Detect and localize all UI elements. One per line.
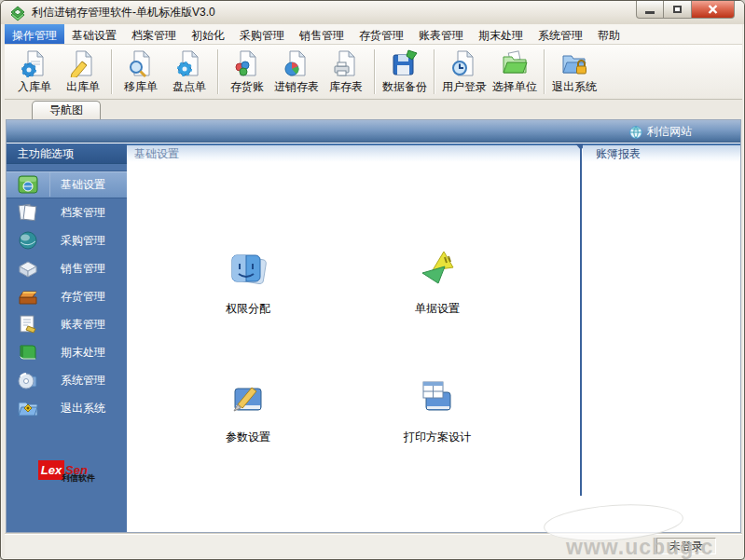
toolbar-stock-report[interactable]: 库存表 [322,48,370,96]
folder-green-icon [501,49,529,77]
menu-sales[interactable]: 销售管理 [292,24,352,44]
menu-inventory[interactable]: 存货管理 [352,24,411,44]
finder-face-icon [228,248,269,289]
toolbar-select-company[interactable]: 选择单位 [490,48,540,96]
minimize-button[interactable] [636,1,664,19]
tab-row: 导航图 [5,100,742,119]
toolbar-transfer-order[interactable]: 移库单 [117,48,165,96]
right-panel: 账簿报表 [583,143,741,533]
toolbar-stock-ledger[interactable]: 存货账 [223,48,271,96]
open-box-icon [7,256,50,280]
app-window: 利信进销存管理软件-单机标准版V3.0 操作管理 基础设置 档案管理 初始化 采… [0,0,745,560]
triangles-icon [417,248,458,289]
banner: 利信网站 [7,120,740,143]
papers-icon [7,200,50,225]
globe-icon [629,126,642,139]
doc-clock-icon [450,49,478,77]
doc-gear-icon [21,49,48,77]
sidebar-item-sales[interactable]: 销售管理 [7,254,127,282]
sidebar-items: 基础设置 档案管理 采购管理 [7,171,127,422]
sidebar-item-system[interactable]: 系统管理 [7,366,127,394]
floppy-backup-icon [391,49,419,77]
toolbar-exit-system[interactable]: 退出系统 [549,48,600,96]
toolbar-user-login[interactable]: 用户登录 [439,48,490,96]
globe-sphere-icon [7,228,50,253]
lexsen-logo-caption: 利信软件 [62,472,95,485]
status-bar: 未登录 [5,533,742,557]
green-app-icon [7,172,50,197]
lexsen-logo-lex: Lex [38,460,64,480]
menu-system[interactable]: 系统管理 [531,24,590,44]
website-link[interactable]: 利信网站 [629,124,692,140]
paper-pen-icon [7,312,50,336]
shortcut-parameter-settings[interactable]: 参数设置 [192,376,304,445]
maximize-icon [673,6,682,13]
menu-bar: 操作管理 基础设置 档案管理 初始化 采购管理 销售管理 存货管理 账表管理 期… [5,24,742,45]
book-window-icon [417,376,458,417]
sidebar-item-archives[interactable]: 档案管理 [7,198,127,226]
crates-icon [7,284,50,308]
sidebar-item-exit[interactable]: 退出系统 [7,394,127,422]
toolbar-separator [544,49,545,94]
doc-pie-icon [283,49,310,77]
lexsen-logo: Lex Sen 利信软件 [38,460,113,488]
doc-magnifier-icon [127,49,155,77]
minimize-icon [645,11,655,14]
book-brush-icon [228,376,269,417]
sidebar-item-basic-settings[interactable]: 基础设置 [7,171,127,198]
main-panel-header: 基础设置 [127,143,580,162]
tab-navigation-map[interactable]: 导航图 [32,101,101,119]
sidebar-item-period-end[interactable]: 期末处理 [7,338,127,366]
sidebar-item-inventory[interactable]: 存货管理 [7,282,127,310]
login-status: 未登录 [656,538,716,554]
close-button[interactable] [692,1,735,19]
maximize-button[interactable] [664,1,692,19]
doc-balls-icon [233,49,261,77]
content-area: 利信网站 主功能选项 基础设置 档案管理 [6,119,741,533]
doc-pen-icon [69,49,97,77]
right-panel-header: 账簿报表 [583,143,741,162]
menu-help[interactable]: 帮助 [590,24,628,44]
menu-basic-settings[interactable]: 基础设置 [64,24,124,44]
folder-exit-icon [7,396,50,420]
window-controls [636,1,735,19]
toolbar-outbound-order[interactable]: 出库单 [59,48,107,96]
green-book-icon [7,340,50,364]
menu-operation[interactable]: 操作管理 [5,24,64,44]
panel-divider[interactable] [580,143,582,496]
menu-reports[interactable]: 账表管理 [411,24,471,44]
menu-archives[interactable]: 档案管理 [124,24,184,44]
sidebar-header: 主功能选项 [7,143,127,164]
shortcut-permission-assignment[interactable]: 权限分配 [192,248,304,317]
toolbar-purchase-sale-stock-report[interactable]: 进销存表 [271,48,322,96]
menu-period-end[interactable]: 期末处理 [471,24,531,44]
menu-initialization[interactable]: 初始化 [184,24,232,44]
toolbar-inbound-order[interactable]: 入库单 [10,48,59,96]
window-title: 利信进销存管理软件-单机标准版V3.0 [32,5,215,20]
toolbar-separator [111,49,113,94]
doc-printer-icon [332,49,360,77]
sidebar: 主功能选项 基础设置 档案管理 [7,143,127,533]
shortcut-print-layout-design[interactable]: 打印方案设计 [381,376,493,445]
app-logo-icon [9,5,26,21]
toolbar-separator [374,49,376,94]
title-bar[interactable]: 利信进销存管理软件-单机标准版V3.0 [1,1,744,24]
toolbar-separator [434,49,435,94]
toolbar-stocktake-order[interactable]: 盘点单 [165,48,214,96]
main-panel: 基础设置 权限分配 单据设置 [127,143,580,533]
shortcut-document-settings[interactable]: 单据设置 [381,248,493,317]
toolbar-separator [217,49,219,94]
toolbar: 入库单 出库单 移库单 盘点单 [5,45,742,100]
disc-icon [7,368,50,392]
sidebar-item-purchase[interactable]: 采购管理 [7,226,127,254]
close-icon [708,5,718,14]
folder-lock-icon [560,49,588,77]
sidebar-item-reports[interactable]: 账表管理 [7,310,127,338]
toolbar-data-backup[interactable]: 数据备份 [379,48,430,96]
menu-purchase[interactable]: 采购管理 [232,24,292,44]
doc-gear-icon [175,49,203,77]
website-link-label: 利信网站 [647,124,692,140]
